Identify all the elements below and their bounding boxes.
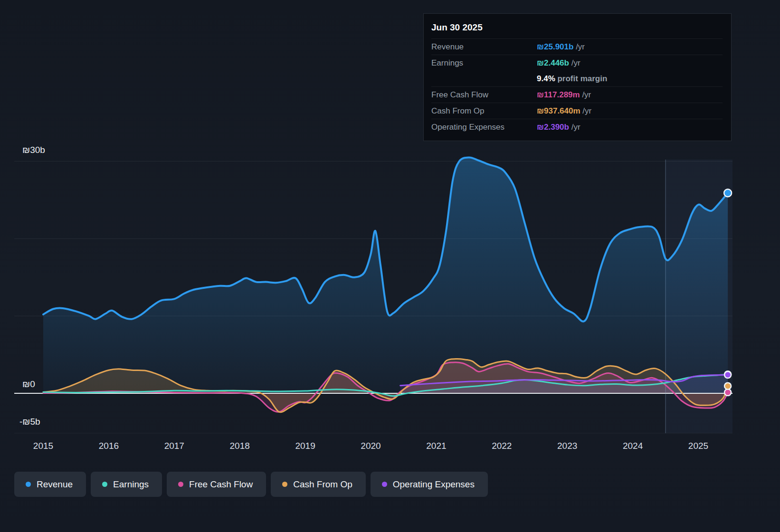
tooltip-suffix-revenue: /yr	[573, 42, 585, 52]
free-cash-flow-end-marker	[724, 389, 731, 396]
x-tick-2022: 2022	[492, 441, 512, 451]
x-tick-2023: 2023	[557, 441, 577, 451]
tooltip-value-operating-expenses: ₪2.390b	[537, 123, 569, 132]
y-axis-label-30b: ₪30b	[22, 145, 45, 155]
tooltip-suffix-profit-margin: profit margin	[555, 74, 608, 84]
legend-label-operating-expenses: Operating Expenses	[393, 479, 475, 490]
chart-legend: RevenueEarningsFree Cash FlowCash From O…	[14, 472, 488, 497]
x-tick-2024: 2024	[623, 441, 643, 451]
x-tick-2016: 2016	[99, 441, 119, 451]
tooltip-label-free-cash-flow: Free Cash Flow	[431, 90, 537, 100]
tooltip-value-revenue: ₪25.901b	[537, 42, 573, 52]
tooltip-label-operating-expenses: Operating Expenses	[431, 123, 537, 132]
legend-item-earnings[interactable]: Earnings	[91, 472, 162, 497]
legend-item-operating-expenses[interactable]: Operating Expenses	[371, 472, 488, 497]
revenue-end-marker	[724, 189, 732, 197]
legend-label-cash-from-op: Cash From Op	[293, 479, 352, 490]
revenue-area	[43, 157, 728, 393]
legend-label-free-cash-flow: Free Cash Flow	[189, 479, 253, 490]
tooltip-label-cash-from-op: Cash From Op	[431, 106, 537, 116]
legend-label-earnings: Earnings	[113, 479, 149, 490]
operating-expenses-end-marker	[724, 371, 731, 378]
tooltip-row-earnings: Earnings ₪2.446b /yr	[431, 55, 723, 71]
tooltip-row-free-cash-flow: Free Cash Flow ₪117.289m /yr	[431, 86, 723, 103]
free-cash-flow-series-dot	[178, 482, 183, 487]
tooltip-suffix-cash-from-op: /yr	[580, 106, 592, 116]
legend-item-revenue[interactable]: Revenue	[14, 472, 86, 497]
tooltip-label-earnings: Earnings	[431, 58, 537, 68]
legend-item-free-cash-flow[interactable]: Free Cash Flow	[167, 472, 266, 497]
cash-from-op-end-marker	[724, 383, 731, 390]
x-tick-2015: 2015	[33, 441, 53, 451]
tooltip-value-profit-margin: 9.4%	[537, 74, 555, 84]
x-tick-2017: 2017	[164, 441, 184, 451]
tooltip-suffix-earnings: /yr	[569, 58, 580, 68]
revenue-series-dot	[26, 482, 31, 487]
tooltip-label-revenue: Revenue	[431, 42, 537, 52]
tooltip-row-profit-margin: 9.4% profit margin	[431, 71, 723, 86]
earnings-series-dot	[102, 482, 107, 487]
x-tick-2025: 2025	[688, 441, 708, 451]
tooltip-suffix-free-cash-flow: /yr	[580, 90, 591, 100]
x-tick-2021: 2021	[426, 441, 446, 451]
earnings-revenue-history-chart: 2015201620172018201920202021202220232024…	[0, 0, 780, 532]
tooltip-value-cash-from-op: ₪937.640m	[537, 106, 580, 116]
x-tick-2020: 2020	[361, 441, 380, 451]
x-tick-2019: 2019	[295, 441, 315, 451]
tooltip-row-revenue: Revenue ₪25.901b /yr	[431, 38, 723, 55]
tooltip-row-operating-expenses: Operating Expenses ₪2.390b /yr	[431, 119, 723, 135]
tooltip-suffix-operating-expenses: /yr	[569, 123, 580, 132]
y-axis-label-neg5b: -₪5b	[19, 417, 40, 427]
tooltip-value-earnings: ₪2.446b	[537, 58, 569, 68]
chart-tooltip: Jun 30 2025 Revenue ₪25.901b /yr Earning…	[423, 13, 732, 141]
tooltip-row-cash-from-op: Cash From Op ₪937.640m /yr	[431, 103, 723, 119]
legend-label-revenue: Revenue	[37, 479, 73, 490]
tooltip-value-free-cash-flow: ₪117.289m	[537, 90, 580, 100]
y-axis-label-0: ₪0	[22, 379, 35, 390]
cash-from-op-series-dot	[282, 482, 287, 487]
legend-item-cash-from-op[interactable]: Cash From Op	[271, 472, 366, 497]
x-tick-2018: 2018	[230, 441, 250, 451]
tooltip-date: Jun 30 2025	[431, 20, 723, 38]
operating-expenses-series-dot	[382, 482, 387, 487]
